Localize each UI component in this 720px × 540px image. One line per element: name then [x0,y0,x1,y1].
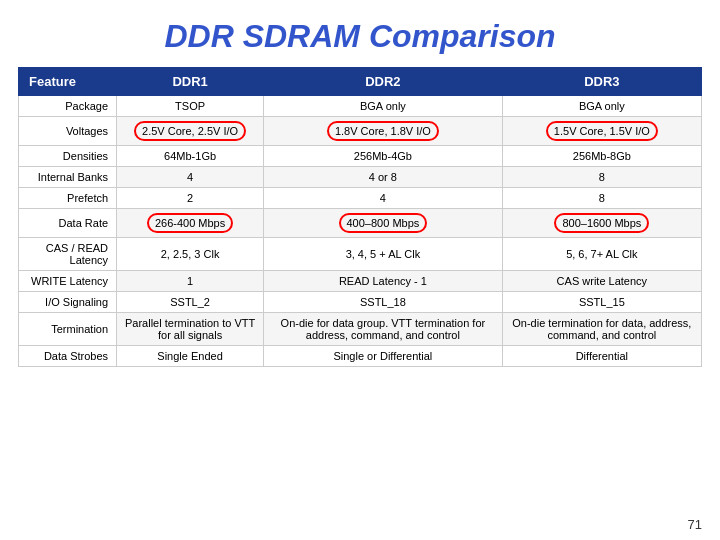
table-row: Densities64Mb-1Gb256Mb-4Gb256Mb-8Gb [19,146,702,167]
cell-ddr3: SSTL_15 [502,292,701,313]
cell-ddr2: 1.8V Core, 1.8V I/O [264,117,503,146]
cell-feature: Termination [19,313,117,346]
cell-ddr3: BGA only [502,96,701,117]
cell-feature: I/O Signaling [19,292,117,313]
cell-ddr3: 5, 6, 7+ AL Clk [502,238,701,271]
cell-ddr1: SSTL_2 [117,292,264,313]
cell-ddr3: 800–1600 Mbps [502,209,701,238]
cell-ddr1: Parallel termination to VTT for all sign… [117,313,264,346]
cell-ddr1: 2 [117,188,264,209]
cell-ddr2: 4 or 8 [264,167,503,188]
cell-ddr1: 4 [117,167,264,188]
col-ddr1: DDR1 [117,68,264,96]
cell-ddr1: 2.5V Core, 2.5V I/O [117,117,264,146]
cell-ddr1: 266-400 Mbps [117,209,264,238]
col-ddr3: DDR3 [502,68,701,96]
table-row: WRITE Latency1READ Latency - 1CAS write … [19,271,702,292]
cell-ddr2: 3, 4, 5 + AL Clk [264,238,503,271]
cell-feature: WRITE Latency [19,271,117,292]
cell-ddr3: On-die termination for data, address, co… [502,313,701,346]
cell-ddr2: 4 [264,188,503,209]
table-row: I/O SignalingSSTL_2SSTL_18SSTL_15 [19,292,702,313]
table-header-row: Feature DDR1 DDR2 DDR3 [19,68,702,96]
cell-ddr1: Single Ended [117,346,264,367]
table-row: Prefetch248 [19,188,702,209]
cell-ddr1: 64Mb-1Gb [117,146,264,167]
table-row: Data StrobesSingle EndedSingle or Differ… [19,346,702,367]
table-row: PackageTSOPBGA onlyBGA only [19,96,702,117]
cell-ddr1: 1 [117,271,264,292]
cell-feature: Densities [19,146,117,167]
table-row: Voltages2.5V Core, 2.5V I/O1.8V Core, 1.… [19,117,702,146]
col-ddr2: DDR2 [264,68,503,96]
cell-feature: Data Strobes [19,346,117,367]
page-title: DDR SDRAM Comparison [0,0,720,67]
comparison-table: Feature DDR1 DDR2 DDR3 PackageTSOPBGA on… [18,67,702,367]
cell-ddr2: Single or Differential [264,346,503,367]
cell-feature: Voltages [19,117,117,146]
cell-ddr2: 400–800 Mbps [264,209,503,238]
cell-ddr3: 8 [502,167,701,188]
cell-ddr3: Differential [502,346,701,367]
col-feature: Feature [19,68,117,96]
table-row: TerminationParallel termination to VTT f… [19,313,702,346]
table-row: CAS / READ Latency2, 2.5, 3 Clk3, 4, 5 +… [19,238,702,271]
cell-ddr2: SSTL_18 [264,292,503,313]
table-row: Internal Banks44 or 88 [19,167,702,188]
cell-feature: CAS / READ Latency [19,238,117,271]
cell-feature: Internal Banks [19,167,117,188]
cell-ddr2: 256Mb-4Gb [264,146,503,167]
cell-ddr1: TSOP [117,96,264,117]
cell-ddr1: 2, 2.5, 3 Clk [117,238,264,271]
table-row: Data Rate266-400 Mbps400–800 Mbps800–160… [19,209,702,238]
cell-ddr3: CAS write Latency [502,271,701,292]
cell-ddr2: BGA only [264,96,503,117]
cell-ddr2: On-die for data group. VTT termination f… [264,313,503,346]
page-number: 71 [688,517,702,532]
cell-feature: Prefetch [19,188,117,209]
cell-ddr3: 1.5V Core, 1.5V I/O [502,117,701,146]
cell-feature: Data Rate [19,209,117,238]
cell-ddr2: READ Latency - 1 [264,271,503,292]
cell-ddr3: 256Mb-8Gb [502,146,701,167]
cell-feature: Package [19,96,117,117]
cell-ddr3: 8 [502,188,701,209]
table-wrapper: Feature DDR1 DDR2 DDR3 PackageTSOPBGA on… [0,67,720,367]
